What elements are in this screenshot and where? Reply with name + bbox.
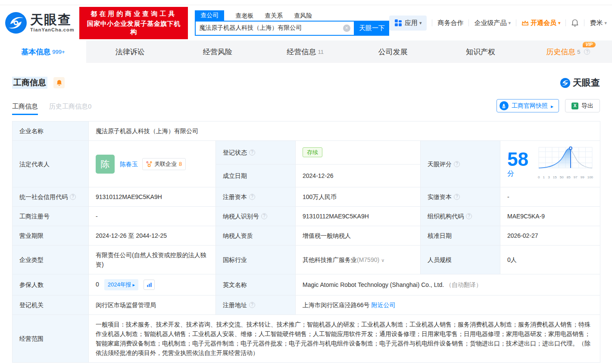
field-label: 注册资本 bbox=[216, 187, 296, 207]
field-label: 法定代表人 bbox=[12, 141, 89, 187]
tyc-score-cell: 58分 bbox=[500, 141, 600, 187]
help-icon[interactable] bbox=[249, 194, 255, 200]
subtab-history-business-info[interactable]: 历史工商信息0 bbox=[49, 103, 91, 115]
tab-label: 历史信息 bbox=[546, 47, 575, 57]
export-button[interactable]: 导出 bbox=[565, 99, 600, 112]
nearby-companies-link[interactable]: 附近公司 bbox=[371, 302, 395, 308]
field-label: 企业名称 bbox=[12, 121, 89, 141]
legal-rep-avatar[interactable]: 陈 bbox=[96, 155, 115, 174]
table-row: 工商注册号 - 纳税人识别号 91310112MAE9C5KA9H 组织机构代码… bbox=[12, 207, 600, 226]
notification-bell[interactable] bbox=[571, 19, 579, 27]
reg-status-value: 存续 bbox=[296, 141, 421, 165]
tab-legal-proceedings[interactable]: 法律诉讼 bbox=[86, 40, 174, 63]
menu-divider bbox=[584, 19, 584, 26]
auto-translate-note: （自动翻译） bbox=[446, 281, 482, 288]
english-name-cell: Magic Atomic Robot Technology (Shanghai)… bbox=[296, 274, 600, 296]
tab-history-info[interactable]: VIP 历史信息 5 bbox=[525, 40, 612, 63]
table-row: 参保人数 0 2024年报 英文名称 Magic Atomic Robot Te… bbox=[12, 274, 600, 296]
monitor-bell-button[interactable] bbox=[53, 77, 65, 88]
vip-badge: VIP bbox=[583, 42, 596, 47]
related-companies-badge[interactable]: 关联企业 8 bbox=[142, 158, 186, 170]
search-input[interactable] bbox=[199, 25, 343, 31]
company-type-value: 有限责任公司(自然人投资或控股的法人独资) bbox=[89, 246, 216, 274]
field-label: 企业类型 bbox=[12, 246, 89, 274]
field-label: 英文名称 bbox=[216, 274, 296, 296]
table-row: 企业名称 魔法原子机器人科技（上海）有限公司 bbox=[12, 121, 600, 141]
field-label: 经营范围 bbox=[12, 315, 89, 363]
field-label: 工商注册号 bbox=[12, 207, 89, 226]
industry-code: (M7590) bbox=[357, 256, 379, 263]
legal-rep-name-link[interactable]: 陈春玉 bbox=[120, 159, 138, 169]
score-unit: 分 bbox=[507, 170, 514, 177]
help-icon[interactable] bbox=[261, 213, 267, 219]
apps-menu[interactable]: 应用 bbox=[389, 16, 427, 31]
help-icon[interactable] bbox=[454, 161, 460, 167]
search-tab-boss[interactable]: 查老板 bbox=[235, 11, 253, 21]
credit-code-value: 91310112MAE9C5KA9H bbox=[89, 187, 216, 207]
help-icon[interactable] bbox=[249, 302, 255, 308]
field-label: 核准日期 bbox=[421, 226, 500, 246]
field-label: 营业期限 bbox=[12, 226, 89, 246]
clear-search-icon[interactable] bbox=[343, 25, 350, 32]
export-label: 导出 bbox=[581, 102, 593, 110]
user-menu[interactable]: 费米 bbox=[590, 19, 607, 27]
search-tab-risk[interactable]: 查风险 bbox=[294, 11, 312, 21]
slogan-banner: 都在用的商业查询工具 国家中小企业发展子基金旗下机构 bbox=[79, 7, 188, 39]
reg-number-value: - bbox=[89, 207, 216, 226]
tab-basic-info[interactable]: 基本信息 999+ bbox=[0, 40, 86, 63]
help-icon[interactable] bbox=[454, 194, 460, 200]
annual-report-link[interactable]: 2024年报 bbox=[104, 279, 138, 290]
business-cooperation-link[interactable]: 商务合作 bbox=[437, 19, 463, 27]
field-label: 实缴资本 bbox=[421, 187, 500, 207]
field-label: 成立日期 bbox=[216, 164, 296, 187]
header-menu: 应用 商务合作 企业级产品 开通会员 费米 bbox=[389, 16, 607, 31]
logo-title: 天眼查 bbox=[30, 13, 74, 26]
search-button[interactable]: 天眼一下 bbox=[355, 21, 389, 36]
field-label: 组织机构代码 bbox=[421, 207, 500, 226]
crown-icon bbox=[521, 20, 529, 26]
official-snapshot-button[interactable]: 工商官网快照 bbox=[496, 99, 559, 112]
vip-upgrade-label: 开通会员 bbox=[531, 19, 556, 27]
search-tab-relation[interactable]: 查关系 bbox=[265, 11, 283, 21]
related-network-icon bbox=[146, 161, 152, 167]
industry-value: 其他科技推广服务业(M7590) bbox=[296, 246, 421, 274]
tab-label: 公司发展 bbox=[378, 47, 408, 57]
vip-upgrade-link[interactable]: 开通会员 bbox=[521, 19, 561, 27]
chevron-down-icon[interactable] bbox=[379, 256, 384, 263]
tab-operating-risk[interactable]: 经营风险 bbox=[174, 40, 261, 63]
table-row: 法定代表人 陈 陈春玉 关联企业 bbox=[12, 141, 600, 165]
field-label: 纳税人识别号 bbox=[216, 207, 296, 226]
help-icon[interactable] bbox=[466, 213, 472, 219]
insured-count-cell: 0 2024年报 bbox=[89, 274, 216, 296]
slogan-line2: 国家中小企业发展子基金旗下机构 bbox=[84, 20, 184, 36]
excel-icon bbox=[571, 103, 578, 109]
menu-divider bbox=[565, 19, 566, 26]
business-scope-value: 一般项目：技术服务、技术开发、技术咨询、技术交流、技术转让、技术推广；智能机器人… bbox=[89, 315, 600, 363]
tianyancha-logo[interactable]: 天眼查 TianYanCha.com bbox=[4, 11, 74, 34]
section-subtabs: 工商信息 历史工商信息0 bbox=[12, 103, 91, 115]
tab-company-development[interactable]: 公司发展 bbox=[349, 40, 437, 63]
establish-date-value: 2024-12-26 bbox=[296, 164, 421, 187]
menu-divider bbox=[516, 19, 516, 26]
watermark-logo: 天眼查 bbox=[560, 77, 600, 89]
apps-menu-label: 应用 bbox=[405, 19, 422, 27]
table-row: 经营范围 一般项目：技术服务、技术开发、技术咨询、技术交流、技术转让、技术推广；… bbox=[12, 315, 600, 363]
bell-icon bbox=[571, 19, 579, 27]
enterprise-products-menu[interactable]: 企业级产品 bbox=[474, 19, 511, 27]
stamp-icon bbox=[500, 101, 509, 110]
business-term-value: 2024-12-26 至 2044-12-25 bbox=[89, 226, 216, 246]
search-tab-company[interactable]: 查公司 bbox=[195, 10, 224, 21]
tab-operating-info[interactable]: 经营信息 11 bbox=[262, 40, 349, 63]
help-icon[interactable] bbox=[70, 194, 76, 200]
help-icon[interactable] bbox=[584, 49, 590, 55]
related-companies-count: 8 bbox=[179, 159, 182, 169]
field-label: 注册地址 bbox=[216, 296, 296, 315]
insured-count-value: 0 bbox=[96, 281, 99, 288]
insured-trend-chart-button[interactable] bbox=[144, 280, 155, 290]
subtab-business-info[interactable]: 工商信息 bbox=[12, 103, 38, 115]
tab-label: 经营风险 bbox=[203, 47, 232, 57]
help-icon[interactable] bbox=[249, 149, 255, 156]
field-label: 人员规模 bbox=[421, 246, 500, 274]
bar-chart-icon bbox=[147, 282, 152, 288]
tab-intellectual-property[interactable]: 知识产权 bbox=[437, 40, 524, 63]
